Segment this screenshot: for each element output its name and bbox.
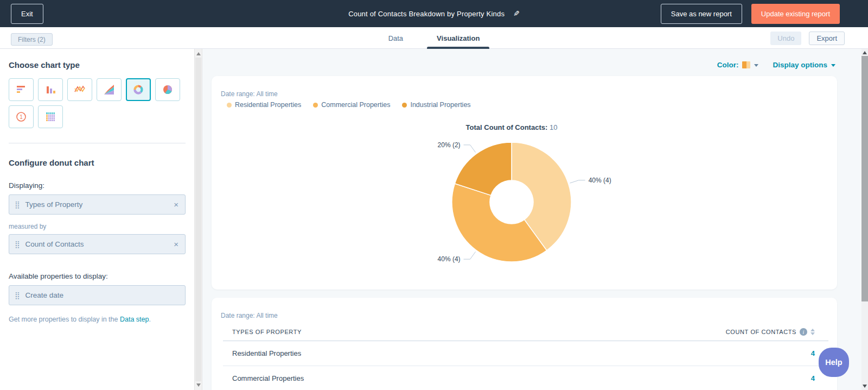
chart-type-donut[interactable] xyxy=(126,78,151,101)
available-properties-label: Available properties to display: xyxy=(9,272,186,280)
available-property-value: Create date xyxy=(25,291,180,299)
chart-type-line[interactable] xyxy=(67,78,92,101)
data-step-link[interactable]: Data step xyxy=(120,316,149,323)
chart-type-tiles: 1 xyxy=(9,78,186,128)
displaying-value: Types of Property xyxy=(25,200,173,209)
donut-chart: 40% (4)40% (4)20% (2) xyxy=(212,76,837,290)
table-row: Residential Properties4 xyxy=(223,341,828,366)
tab-visualization[interactable]: Visualization xyxy=(428,27,488,49)
chevron-down-icon xyxy=(754,64,758,67)
data-table: TYPES OF PROPERTY COUNT OF CONTACTS i Re… xyxy=(223,323,828,390)
table-cell-type: Commercial Properties xyxy=(232,374,304,382)
donut-data-label: 40% (4) xyxy=(589,177,611,184)
drag-handle-icon[interactable]: ⣿ xyxy=(15,241,20,248)
chart-card: Date range: All time Residential Propert… xyxy=(212,76,837,290)
drag-handle-icon[interactable]: ⣿ xyxy=(15,201,20,208)
scroll-up-arrow-icon[interactable] xyxy=(196,52,201,55)
topbar: Exit Count of Contacts Breakdown by Prop… xyxy=(0,0,868,27)
table-cell-count-link[interactable]: 4 xyxy=(811,349,815,357)
chevron-down-icon xyxy=(831,64,835,67)
remove-displaying-icon[interactable]: × xyxy=(173,200,180,209)
undo-button[interactable]: Undo xyxy=(770,32,801,45)
sidebar-scrollbar[interactable] xyxy=(194,49,202,390)
table-date-range: Date range: All time xyxy=(221,312,278,319)
sidebar-scrollbar-thumb[interactable] xyxy=(195,58,201,381)
color-dropdown[interactable]: Color: xyxy=(717,61,759,69)
sidebar-divider xyxy=(9,143,186,143)
table-card: Date range: All time TYPES OF PROPERTY C… xyxy=(212,298,837,390)
info-icon[interactable]: i xyxy=(800,328,807,336)
summary-kpi-icon: 1 xyxy=(15,111,27,123)
exit-button[interactable]: Exit xyxy=(11,4,43,24)
choose-chart-type-heading: Choose chart type xyxy=(9,60,186,70)
display-options-label: Display options xyxy=(773,61,827,69)
topbar-actions: Save as new report Update existing repor… xyxy=(661,0,840,27)
scroll-down-arrow-icon[interactable] xyxy=(196,383,201,387)
table-rows: Residential Properties4Commercial Proper… xyxy=(223,341,828,390)
table-cell-count-link[interactable]: 4 xyxy=(811,374,815,382)
visualization-panel: Color: Display options Date range: All t… xyxy=(202,49,861,390)
tab-data-label: Data xyxy=(388,34,403,42)
help-button[interactable]: Help xyxy=(819,348,849,377)
svg-text:1: 1 xyxy=(20,114,23,120)
chart-type-column[interactable] xyxy=(38,78,63,101)
measured-by-label: measured by xyxy=(9,223,186,230)
update-existing-report-button[interactable]: Update existing report xyxy=(751,4,840,24)
donut-data-label: 40% (4) xyxy=(438,255,461,263)
toolbar-right: Undo Export xyxy=(770,32,845,45)
configure-donut-heading: Configure donut chart xyxy=(9,158,186,167)
line-chart-icon xyxy=(74,84,86,96)
label-leader-line xyxy=(464,251,476,259)
toolbar: Filters (2) Data Visualization Undo Expo… xyxy=(0,27,868,49)
chart-type-pie[interactable] xyxy=(155,78,180,101)
date-range-label: Date range: xyxy=(221,312,255,319)
tab-data[interactable]: Data xyxy=(380,27,412,49)
footnote-text: Get more properties to display in the xyxy=(9,316,120,323)
donut-chart-icon xyxy=(132,84,144,96)
measured-by-field[interactable]: ⣿ Count of Contacts × xyxy=(9,234,186,254)
date-range-value: All time xyxy=(256,312,277,319)
column-header-count-label: COUNT OF CONTACTS xyxy=(726,329,796,335)
scroll-up-arrow-icon[interactable] xyxy=(863,51,867,54)
displaying-field[interactable]: ⣿ Types of Property × xyxy=(9,194,186,215)
chart-type-area[interactable] xyxy=(97,78,122,101)
table-grid-icon xyxy=(44,111,56,123)
viz-controls: Color: Display options xyxy=(717,61,835,69)
page-scrollbar-thumb[interactable] xyxy=(861,56,868,301)
footnote-suffix: . xyxy=(149,316,150,323)
sidebar: Choose chart type xyxy=(0,49,194,390)
displaying-label: Displaying: xyxy=(9,181,186,190)
donut-data-label: 20% (2) xyxy=(438,141,461,149)
save-as-new-report-button[interactable]: Save as new report xyxy=(661,4,742,24)
area-chart-icon xyxy=(103,84,115,96)
scroll-down-arrow-icon[interactable] xyxy=(863,385,867,388)
measured-by-value: Count of Contacts xyxy=(25,240,173,248)
page-scrollbar[interactable] xyxy=(861,49,868,390)
drag-handle-icon[interactable]: ⣿ xyxy=(15,292,20,299)
pie-chart-icon xyxy=(162,84,174,96)
table-header-row: TYPES OF PROPERTY COUNT OF CONTACTS i xyxy=(223,323,828,341)
horizontal-bar-icon xyxy=(15,84,27,96)
footnote: Get more properties to display in the Da… xyxy=(9,316,186,323)
sort-icon[interactable] xyxy=(810,329,815,335)
edit-title-pencil-icon[interactable]: ✎ xyxy=(513,9,520,18)
report-builder-page: Exit Count of Contacts Breakdown by Prop… xyxy=(0,0,868,390)
remove-measured-by-icon[interactable]: × xyxy=(173,240,180,249)
tab-visualization-label: Visualization xyxy=(437,34,480,42)
display-options-dropdown[interactable]: Display options xyxy=(773,61,835,69)
label-leader-line xyxy=(464,145,476,153)
color-label: Color: xyxy=(717,61,739,69)
chart-type-summary[interactable]: 1 xyxy=(9,105,34,128)
available-property-field[interactable]: ⣿ Create date xyxy=(9,285,186,305)
chart-type-horizontal-bar[interactable] xyxy=(9,78,34,101)
label-leader-line xyxy=(570,180,585,183)
table-row: Commercial Properties4 xyxy=(223,366,828,390)
tabs: Data Visualization xyxy=(0,27,868,49)
report-title: Count of Contacts Breakdown by Property … xyxy=(348,10,505,18)
table-cell-type: Residential Properties xyxy=(232,349,301,357)
column-header-types: TYPES OF PROPERTY xyxy=(232,329,302,335)
color-swatch-icon xyxy=(742,61,750,68)
chart-type-table[interactable] xyxy=(38,105,63,128)
column-header-count[interactable]: COUNT OF CONTACTS i xyxy=(726,328,815,336)
export-button[interactable]: Export xyxy=(809,32,845,45)
